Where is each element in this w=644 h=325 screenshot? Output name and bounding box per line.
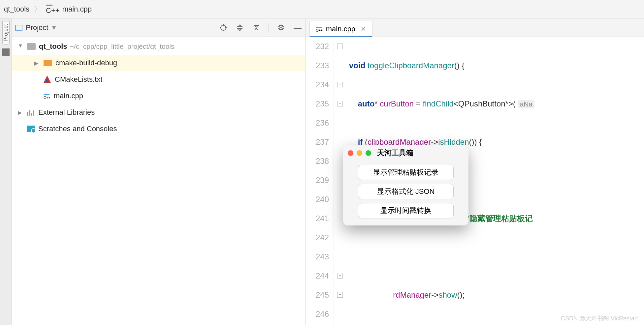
project-view-icon [15,25,22,31]
fold-icon[interactable]: − [337,82,343,87]
cpp-file-icon: C++ [46,5,60,15]
folder-icon [27,43,36,50]
fold-icon[interactable]: − [337,292,343,298]
chevron-right-icon[interactable]: ▶ [34,60,42,66]
breadcrumb: qt_tools 〉 C++ main.cpp [0,0,644,18]
project-tool-tab[interactable]: Project [2,21,10,44]
project-panel-header: Project ▾ ⚙ — [12,18,305,37]
fold-icon[interactable]: − [337,101,343,106]
panel-title[interactable]: Project [26,23,48,32]
tab-main-cpp[interactable]: C++ main.cpp ✕ [309,21,372,37]
tab-label: main.cpp [326,25,355,33]
chevron-right-icon: 〉 [34,4,41,14]
gear-icon[interactable]: ⚙ [277,23,285,32]
fold-icon[interactable]: − [337,44,343,49]
tree-scratches[interactable]: Scratches and Consoles [12,121,305,137]
tree-item-label: main.cpp [54,92,83,100]
library-icon [27,108,35,116]
dropdown-icon[interactable]: ▾ [52,23,56,32]
zoom-window-icon[interactable] [366,150,371,156]
minimize-window-icon[interactable] [357,150,362,156]
fold-icon[interactable]: − [337,273,343,279]
breadcrumb-root[interactable]: qt_tools [4,5,29,14]
editor-tabs: C++ main.cpp ✕ [306,18,644,37]
collapse-all-icon[interactable] [252,23,261,32]
svg-point-0 [221,25,226,30]
tree-main-file[interactable]: C++ main.cpp [12,88,305,104]
tree-cmake-file[interactable]: CMakeLists.txt [12,71,305,88]
structure-icon[interactable] [2,48,10,56]
cpp-file-icon: C++ [316,27,323,32]
project-tree: ▼ qt_tools ~/c_cpp/cpp_little_project/qt… [12,37,305,137]
dialog-titlebar[interactable]: 天河工具箱 [343,145,468,161]
timestamp-button[interactable]: 显示时间戳转换 [358,203,454,218]
folder-icon [44,60,52,66]
left-tool-rail: Project [0,18,12,325]
project-panel: Project ▾ ⚙ — ▼ qt_tools ~/c_cpp/cpp_lit… [12,18,306,325]
tree-item-label: Scratches and Consoles [38,125,117,133]
close-icon[interactable]: ✕ [361,25,366,33]
tree-item-label: CMakeLists.txt [55,75,102,84]
watermark: CSDN @天河书阁 VicRestart [561,314,638,322]
scratches-icon [27,126,35,132]
clipboard-button[interactable]: 显示管理粘贴板记录 [358,165,454,180]
breadcrumb-file[interactable]: main.cpp [62,5,92,14]
cpp-file-icon: C++ [44,94,50,100]
divider [269,23,269,33]
chevron-right-icon[interactable]: ▶ [18,109,25,116]
line-gutter: 2322332342352362372382392402412422432442… [306,37,334,325]
tree-root-name: qt_tools [39,42,67,51]
tree-item-label: cmake-build-debug [55,59,117,67]
locate-icon[interactable] [219,23,228,32]
dialog-title: 天河工具箱 [377,148,413,158]
window-controls [348,150,371,156]
expand-all-icon[interactable] [236,23,244,32]
close-window-icon[interactable] [348,150,353,156]
tree-item-label: External Libraries [38,108,95,117]
tree-build-folder[interactable]: ▶ cmake-build-debug [12,55,305,71]
tree-root[interactable]: ▼ qt_tools ~/c_cpp/cpp_little_project/qt… [12,38,305,55]
app-dialog[interactable]: 天河工具箱 显示管理粘贴板记录 显示格式化 JSON 显示时间戳转换 [343,145,468,225]
chevron-down-icon[interactable]: ▼ [18,43,25,49]
tree-external-libs[interactable]: ▶ External Libraries [12,104,305,121]
cmake-icon [44,75,51,83]
tree-root-path: ~/c_cpp/cpp_little_project/qt_tools [70,43,175,50]
minimize-icon[interactable]: — [293,23,302,32]
json-button[interactable]: 显示格式化 JSON [358,184,454,199]
